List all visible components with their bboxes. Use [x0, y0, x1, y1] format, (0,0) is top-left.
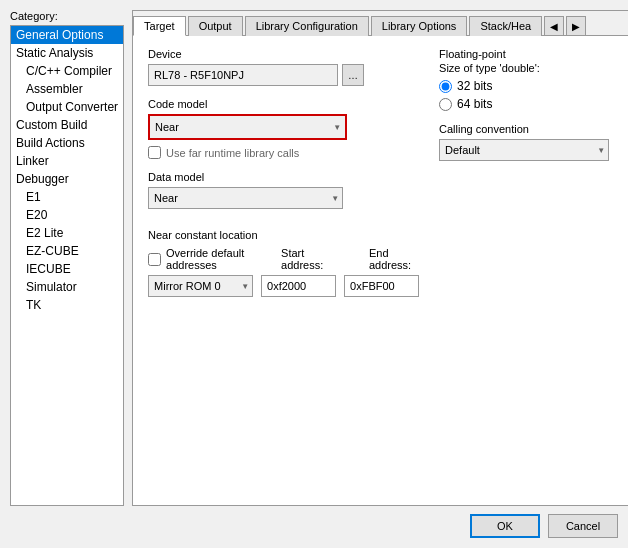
fp-64-label: 64 bits	[457, 97, 492, 111]
sidebar-item-tk[interactable]: TK	[11, 296, 123, 314]
sidebar-item-e2-lite[interactable]: E2 Lite	[11, 224, 123, 242]
calling-convention-label: Calling convention	[439, 123, 619, 135]
tab-target[interactable]: Target	[133, 16, 186, 36]
dialog-body: Category: General OptionsStatic Analysis…	[10, 10, 618, 506]
near-constant-inputs-row: Mirror ROM 0 Mirror ROM 1	[148, 275, 419, 297]
dialog: Category: General OptionsStatic Analysis…	[0, 0, 628, 548]
floating-point-label: Floating-point	[439, 48, 619, 60]
data-model-label: Data model	[148, 171, 419, 183]
sidebar-item-general-options[interactable]: General Options	[11, 26, 123, 44]
calling-conv-wrapper: Default	[439, 139, 609, 161]
tab-library-configuration[interactable]: Library Configuration	[245, 16, 369, 36]
sidebar-item-build-actions[interactable]: Build Actions	[11, 134, 123, 152]
tab-scroll-left[interactable]: ◀	[544, 16, 564, 36]
data-model-select-wrapper: Near Far	[148, 187, 343, 209]
fp-32-radio-item[interactable]: 32 bits	[439, 79, 619, 93]
floating-point-row: Floating-point Size of type 'double': 32…	[439, 48, 619, 111]
floating-point-sublabel: Size of type 'double':	[439, 62, 619, 74]
far-runtime-label: Use far runtime library calls	[166, 147, 299, 159]
left-col: Device … Code model Near	[148, 48, 419, 297]
device-row: Device …	[148, 48, 419, 86]
code-model-label: Code model	[148, 98, 419, 110]
content-area: TargetOutputLibrary ConfigurationLibrary…	[132, 10, 628, 506]
sidebar-item-cc-compiler[interactable]: C/C++ Compiler	[11, 62, 123, 80]
tab-stack-heap[interactable]: Stack/Hea	[469, 16, 542, 36]
sidebar-item-debugger[interactable]: Debugger	[11, 170, 123, 188]
right-col: Floating-point Size of type 'double': 32…	[439, 48, 619, 297]
tab-content: Device … Code model Near	[133, 36, 628, 505]
sidebar-item-custom-build[interactable]: Custom Build	[11, 116, 123, 134]
override-label: Override default addresses	[166, 247, 268, 271]
device-input[interactable]	[148, 64, 338, 86]
override-checkbox[interactable]	[148, 253, 161, 266]
device-input-row: …	[148, 64, 419, 86]
fp-32-radio[interactable]	[439, 80, 452, 93]
fp-32-label: 32 bits	[457, 79, 492, 93]
start-address-label: Start address:	[281, 247, 334, 271]
end-address-label: End address:	[369, 247, 419, 271]
fp-64-radio[interactable]	[439, 98, 452, 111]
tabs-bar: TargetOutputLibrary ConfigurationLibrary…	[133, 11, 628, 36]
far-runtime-checkbox[interactable]	[148, 146, 161, 159]
tab-library-options[interactable]: Library Options	[371, 16, 468, 36]
code-model-row: Code model Near Far Use far runtime libr…	[148, 98, 419, 159]
mirror-rom-wrapper: Mirror ROM 0 Mirror ROM 1	[148, 275, 253, 297]
cancel-button[interactable]: Cancel	[548, 514, 618, 538]
sidebar-item-e20[interactable]: E20	[11, 206, 123, 224]
sidebar-item-e1[interactable]: E1	[11, 188, 123, 206]
sidebar-item-ez-cube[interactable]: EZ-CUBE	[11, 242, 123, 260]
sidebar: Category: General OptionsStatic Analysis…	[10, 10, 124, 506]
data-model-row: Data model Near Far	[148, 171, 419, 209]
tab-output[interactable]: Output	[188, 16, 243, 36]
mirror-rom-select[interactable]: Mirror ROM 0 Mirror ROM 1	[148, 275, 253, 297]
sidebar-item-assembler[interactable]: Assembler	[11, 80, 123, 98]
far-runtime-row: Use far runtime library calls	[148, 146, 419, 159]
override-row: Override default addresses Start address…	[148, 247, 419, 271]
main-form-row: Device … Code model Near	[148, 48, 619, 297]
calling-convention-select[interactable]: Default	[439, 139, 609, 161]
code-model-select-wrapper: Near Far	[148, 114, 347, 140]
dialog-footer: OK Cancel	[10, 506, 618, 538]
end-address-input[interactable]	[344, 275, 419, 297]
sidebar-item-static-analysis[interactable]: Static Analysis	[11, 44, 123, 62]
near-constant-section: Near constant location Override default …	[148, 229, 419, 297]
sidebar-item-linker[interactable]: Linker	[11, 152, 123, 170]
tab-scroll-right[interactable]: ▶	[566, 16, 586, 36]
sidebar-item-iecube[interactable]: IECUBE	[11, 260, 123, 278]
category-label: Category:	[10, 10, 124, 22]
sidebar-item-simulator[interactable]: Simulator	[11, 278, 123, 296]
ok-button[interactable]: OK	[470, 514, 540, 538]
code-model-select[interactable]: Near Far	[150, 116, 345, 138]
fp-radio-group: 32 bits 64 bits	[439, 79, 619, 111]
fp-64-radio-item[interactable]: 64 bits	[439, 97, 619, 111]
sidebar-item-output-converter[interactable]: Output Converter	[11, 98, 123, 116]
device-browse-button[interactable]: …	[342, 64, 364, 86]
calling-convention-row: Calling convention Default	[439, 123, 619, 161]
device-label: Device	[148, 48, 419, 60]
data-model-select[interactable]: Near Far	[148, 187, 343, 209]
sidebar-list: General OptionsStatic AnalysisC/C++ Comp…	[10, 25, 124, 506]
near-constant-label: Near constant location	[148, 229, 419, 241]
start-address-input[interactable]	[261, 275, 336, 297]
